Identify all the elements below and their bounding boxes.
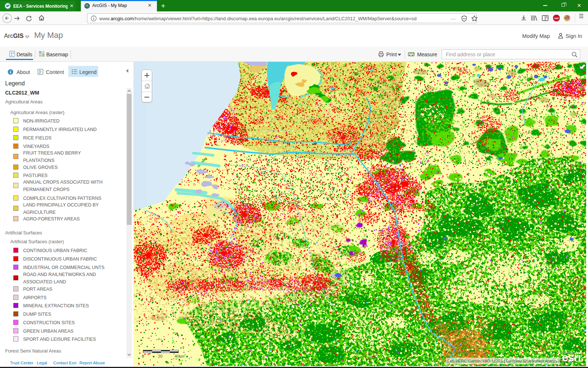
svg-text:ABP: ABP: [554, 17, 559, 20]
